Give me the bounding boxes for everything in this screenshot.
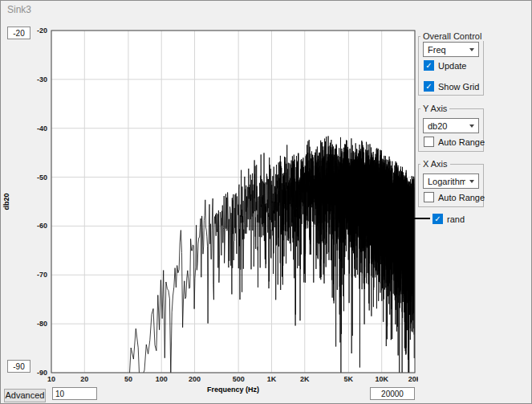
y-axis-title: db20 [2,193,10,210]
y-auto-range-label: Auto Range [438,137,485,147]
update-checkbox-label: Update [438,61,466,71]
x-tick-label: 200 [189,375,201,383]
x-tick-label: 5K [344,375,354,383]
x-tick-label: 500 [233,375,245,383]
y-axis-dropdown[interactable]: db20 [423,118,479,133]
checkbox-box [433,214,443,224]
x-tick-label: 50 [124,375,132,383]
legend-rand-label: rand [447,214,465,224]
y-tick-label: -90 [37,369,47,377]
overall-control-title: Overall Control [420,31,484,41]
y-auto-range-checkbox[interactable]: Auto Range [424,137,485,147]
x-tick-label: 10K [375,375,388,383]
chevron-down-icon [465,119,478,133]
y-axis-group-title: Y Axis [420,104,449,113]
show-grid-checkbox[interactable]: Show Grid [424,81,479,92]
update-checkbox[interactable]: Update [424,60,466,71]
x-min-input[interactable] [52,387,97,400]
y-tick-label: -40 [37,124,47,133]
x-tick-label: 20 [80,375,88,383]
x-axis-title: Frequency (Hz) [207,386,259,394]
checkbox-box [424,192,434,202]
x-auto-range-label: Auto Range [438,193,485,202]
x-auto-range-checkbox[interactable]: Auto Range [424,192,485,202]
y-tick-label: -60 [37,222,47,230]
y-tick-label: -70 [37,271,47,279]
chevron-down-icon [465,43,478,56]
advanced-button[interactable]: Advanced [4,389,46,402]
checkbox-box [424,137,434,147]
x-axis-group-title: X Axis [420,159,450,169]
y-tick-label: -20 [37,27,47,35]
checkbox-box [424,81,434,92]
overall-dropdown-value: Freq [424,45,465,55]
checkbox-box [424,60,434,71]
y-axis-dropdown-value: db20 [424,121,465,131]
y-tick-label: -50 [37,173,47,182]
x-tick-label: 20K [408,375,418,383]
x-tick-label: 10 [47,375,55,383]
x-tick-label: 100 [156,375,168,383]
spectrum-plot: -20-30-40-50-60-70-80-901020501002005001… [1,25,418,398]
x-tick-label: 2K [300,375,310,383]
window-title: Sink3 [7,4,31,15]
show-grid-checkbox-label: Show Grid [438,82,479,92]
legend-rand-checkbox[interactable]: rand [433,214,465,224]
x-max-input[interactable] [370,387,415,400]
legend-line-sample [412,218,430,219]
x-axis-dropdown-value: Logarithmic [424,177,465,186]
y-tick-label: -80 [37,320,47,328]
x-tick-label: 1K [267,375,277,383]
chevron-down-icon [465,174,478,188]
sink-window: Sink3 -20-30-40-50-60-70-80-901020501002… [0,0,532,404]
x-axis-dropdown[interactable]: Logarithmic [423,173,479,189]
y-tick-label: -30 [37,75,47,84]
overall-dropdown[interactable]: Freq [423,42,479,57]
